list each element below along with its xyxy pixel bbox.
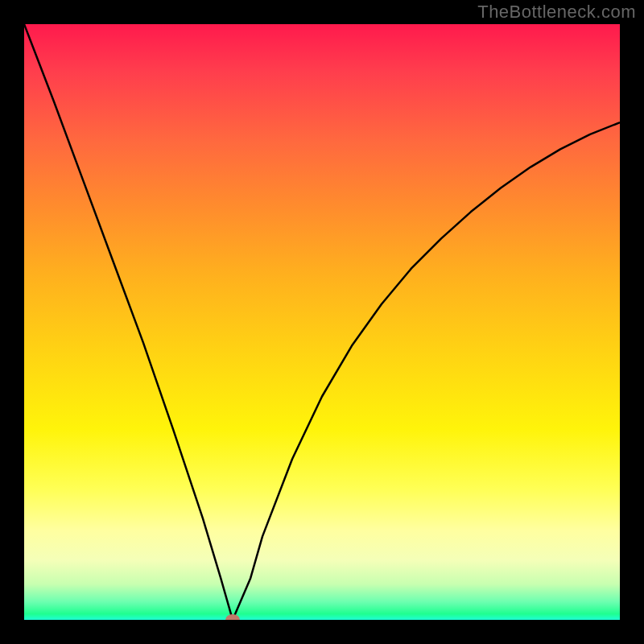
bottleneck-curve	[24, 24, 620, 620]
optimal-point-marker	[225, 614, 240, 620]
chart-plot-area	[24, 24, 620, 620]
curve-path	[24, 24, 620, 620]
watermark-text: TheBottleneck.com	[477, 2, 636, 23]
